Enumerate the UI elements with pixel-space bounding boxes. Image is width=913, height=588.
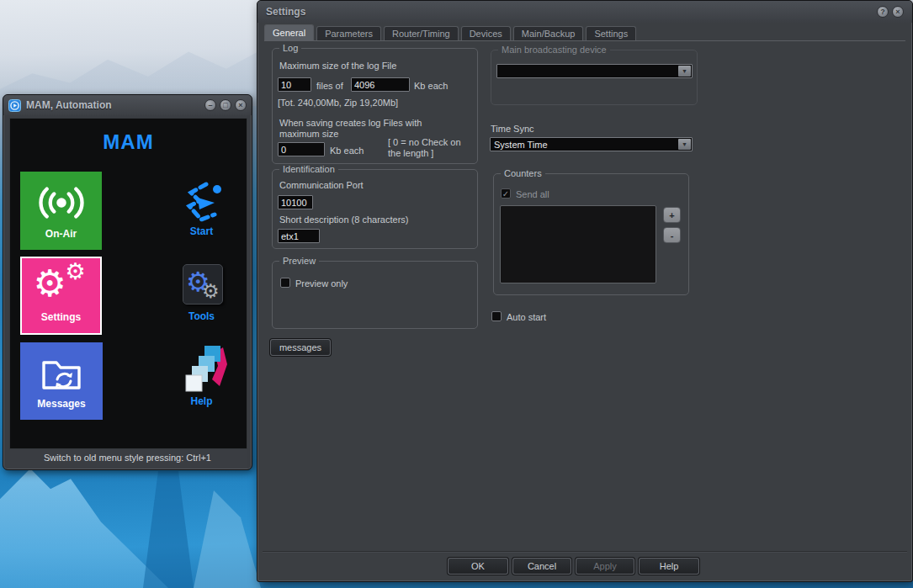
auto-start-checkbox[interactable] (491, 311, 502, 321)
cancel-button[interactable]: Cancel (512, 558, 571, 575)
tile-messages[interactable]: Messages (20, 342, 103, 420)
folder-sync-icon (37, 352, 86, 395)
send-all-label: Send all (516, 189, 549, 199)
files-of-label: files of (316, 81, 343, 91)
settings-window-title: Settings (266, 6, 873, 18)
remove-counter-button[interactable]: - (663, 227, 681, 243)
preview-group-title: Preview (279, 256, 319, 266)
help-titlebar-icon[interactable]: ? (877, 6, 889, 18)
tile-start-label[interactable]: Start (153, 225, 250, 237)
counters-listbox[interactable] (500, 205, 656, 283)
close-icon[interactable]: × (892, 6, 904, 18)
main-broadcasting-device-title: Main broadcasting device (498, 45, 610, 55)
tile-tools-label[interactable]: Tools (153, 310, 250, 322)
background-ice-ridge (0, 461, 168, 588)
footer-divider (263, 551, 907, 552)
tab-general[interactable]: General (264, 24, 314, 40)
kb-each-label: Kb each (414, 81, 448, 91)
tile-on-air[interactable]: On-Air (20, 172, 102, 250)
messages-button[interactable]: messages (270, 339, 331, 356)
communication-port-label: Communication Port (279, 180, 364, 190)
tile-messages-label: Messages (37, 398, 85, 410)
log-group: Log Maximum size of the log File files o… (272, 48, 478, 164)
tab-panel-general: Log Maximum size of the log File files o… (257, 41, 912, 551)
preview-only-checkbox[interactable] (280, 278, 290, 288)
help-icon[interactable] (184, 344, 228, 393)
broadcast-device-select[interactable]: ▼ (496, 64, 693, 78)
close-icon[interactable]: × (235, 99, 247, 111)
maximize-icon[interactable]: □ (220, 99, 231, 111)
short-description-input[interactable] (278, 229, 320, 243)
minimize-icon[interactable]: – (204, 99, 216, 111)
tab-devices[interactable]: Devices (461, 26, 511, 40)
mam-app-icon (8, 99, 21, 112)
gears-icon: ⚙ ⚙ (32, 263, 91, 307)
log-files-count-input[interactable] (278, 77, 311, 92)
when-saving-label-2: maximum size (279, 129, 338, 139)
time-sync-select[interactable]: System Time ▼ (490, 137, 693, 151)
broadcast-icon (37, 182, 86, 224)
tile-settings[interactable]: ⚙ ⚙ Settings (20, 257, 102, 335)
background-ice-crevasse (118, 471, 219, 588)
tile-on-air-label: On-Air (45, 228, 77, 240)
background-ice-ridge-2 (194, 479, 261, 588)
when-saving-label-1: When saving creates log Files with (279, 118, 422, 128)
tab-main-backup[interactable]: Main/Backup (513, 26, 584, 40)
preview-only-label: Preview only (295, 278, 348, 289)
counters-group-title: Counters (501, 168, 545, 178)
desktop: MAM, Automation – □ × MAM On-Air (0, 0, 913, 588)
chevron-down-icon[interactable]: ▼ (678, 139, 691, 150)
identification-group: Identification Communication Port Short … (272, 169, 478, 249)
mam-window-title: MAM, Automation (26, 99, 201, 111)
main-broadcasting-device-group: Main broadcasting device ▼ (491, 50, 698, 105)
chevron-down-icon[interactable]: ▼ (678, 66, 691, 77)
zero-note-label-1: [ 0 = no Check on (388, 137, 461, 147)
tab-router-timing[interactable]: Router/Timing (384, 26, 459, 40)
tab-parameters[interactable]: Parameters (316, 26, 381, 40)
mam-titlebar[interactable]: MAM, Automation – □ × (3, 95, 252, 115)
identification-group-title: Identification (279, 164, 338, 174)
tile-help-label[interactable]: Help (153, 395, 250, 407)
tile-settings-label: Settings (41, 311, 81, 323)
tools-icon[interactable]: ⚙ ⚙ (183, 264, 223, 305)
time-sync-value: System Time (494, 140, 548, 150)
auto-start-label: Auto start (507, 312, 546, 322)
log-total-label: [Tot. 240,00Mb, Zip 19,20Mb] (278, 98, 398, 108)
send-all-checkbox[interactable]: ✓ (501, 188, 511, 199)
max-log-size-label: Maximum size of the log File (279, 61, 396, 71)
preview-group: Preview Preview only (272, 261, 478, 329)
apply-button[interactable]: Apply (576, 558, 634, 575)
time-sync-label: Time Sync (491, 124, 534, 134)
communication-port-input[interactable] (278, 195, 313, 209)
log-kb-size-input[interactable] (351, 77, 410, 92)
add-counter-button[interactable]: + (663, 207, 681, 223)
settings-window: Settings ? × General Parameters Router/T… (257, 0, 913, 582)
zero-note-label-2: the length ] (388, 148, 433, 158)
counters-group: Counters ✓ Send all + - (493, 173, 689, 295)
ok-button[interactable]: OK (448, 558, 508, 575)
mam-logo: MAM (10, 130, 247, 154)
mam-status-text: Switch to old menu style pressing: Ctrl+… (3, 453, 252, 463)
kb-each-label-2: Kb each (330, 146, 364, 156)
start-icon[interactable] (181, 179, 225, 225)
short-description-label: Short description (8 characters) (279, 215, 408, 225)
help-button[interactable]: Help (639, 558, 699, 575)
max-log-kb-input[interactable] (278, 142, 325, 156)
tab-settings[interactable]: Settings (586, 26, 636, 40)
log-group-title: Log (279, 43, 301, 53)
mam-window: MAM, Automation – □ × MAM On-Air (3, 94, 252, 470)
settings-titlebar[interactable]: Settings ? × (257, 1, 912, 23)
mam-menu-panel: MAM On-Air ⚙ ⚙ (9, 118, 247, 449)
tab-bar: General Parameters Router/Timing Devices… (264, 25, 905, 41)
